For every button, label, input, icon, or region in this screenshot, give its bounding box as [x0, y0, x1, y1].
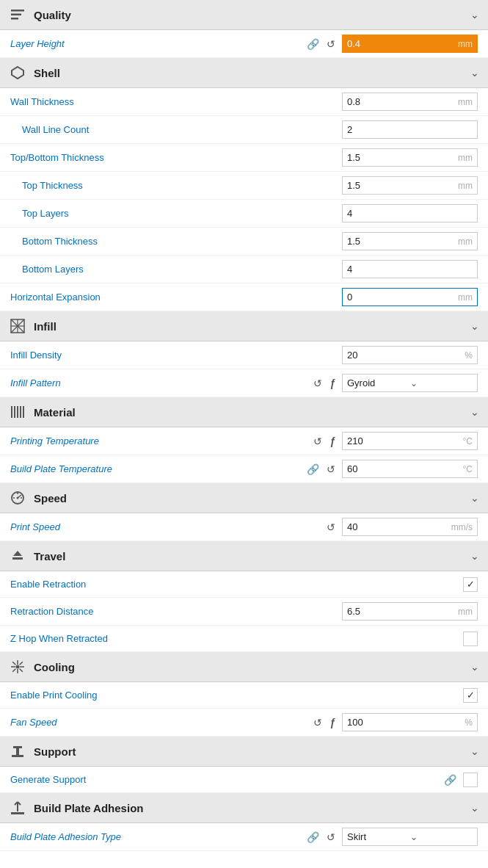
input-build-plate-temp-field[interactable]	[343, 460, 459, 477]
controls-build-plate-temp: 🔗 ↺	[305, 463, 338, 476]
reset-btn-layer-height[interactable]: ↺	[324, 37, 338, 51]
fx-btn-infill-pattern[interactable]: ƒ	[327, 377, 338, 390]
controls-printing-temp: ↺ ƒ	[311, 435, 338, 448]
support-chevron: ⌄	[470, 745, 479, 757]
checkbox-generate-support[interactable]	[463, 773, 478, 787]
section-header-speed[interactable]: Speed ⌄	[0, 483, 488, 513]
reset-btn-fan-speed[interactable]: ↺	[311, 716, 324, 729]
label-infill-pattern: Infill Pattern	[10, 377, 311, 388]
svg-rect-34	[11, 812, 24, 814]
cooling-chevron: ⌄	[470, 661, 479, 673]
section-header-cooling[interactable]: Cooling ⌄	[0, 652, 488, 682]
reset-btn-infill-pattern[interactable]: ↺	[311, 377, 324, 390]
input-infill-density-field[interactable]	[343, 347, 460, 364]
input-retraction-distance-field[interactable]	[343, 603, 454, 620]
svg-line-30	[12, 669, 15, 672]
svg-marker-3	[12, 67, 23, 79]
reset-btn-printing-temp[interactable]: ↺	[311, 435, 324, 448]
input-bottom-layers[interactable]	[342, 260, 478, 278]
label-infill-density: Infill Density	[10, 350, 342, 361]
input-top-layers-field[interactable]	[343, 205, 477, 222]
row-layer-height: Layer Height 🔗 ↺ mm	[0, 30, 488, 58]
row-fan-speed: Fan Speed ↺ ƒ %	[0, 709, 488, 737]
label-bottom-thickness: Bottom Thickness	[22, 236, 342, 247]
chevron-adhesion-type: ⌄	[410, 832, 473, 842]
section-support: Support ⌄ Generate Support 🔗	[0, 737, 488, 793]
link-btn-generate-support[interactable]: 🔗	[442, 773, 459, 786]
label-build-plate-temp: Build Plate Temperature	[10, 463, 305, 474]
input-horizontal-expansion-field[interactable]	[343, 289, 454, 305]
unit-printing-temp: °C	[459, 433, 477, 449]
input-top-thickness[interactable]: mm	[342, 176, 478, 195]
input-layer-height-field[interactable]	[343, 35, 454, 52]
input-wall-thickness-field[interactable]	[343, 93, 454, 110]
input-print-speed-field[interactable]	[343, 518, 447, 535]
unit-retraction-distance: mm	[454, 604, 477, 620]
reset-btn-adhesion-type[interactable]: ↺	[324, 831, 338, 844]
checkbox-enable-retraction[interactable]	[463, 577, 478, 592]
checkbox-enable-cooling[interactable]	[463, 688, 478, 703]
label-topbottom-thickness: Top/Bottom Thickness	[10, 152, 342, 163]
unit-top-thickness: mm	[454, 178, 477, 194]
input-bottom-layers-field[interactable]	[343, 261, 477, 278]
svg-rect-33	[13, 746, 22, 748]
input-bottom-thickness[interactable]: mm	[342, 232, 478, 250]
svg-rect-20	[12, 557, 23, 560]
select-infill-pattern[interactable]: Gyroid ⌄	[342, 374, 478, 392]
section-title-material: Material	[34, 406, 470, 419]
input-layer-height[interactable]: mm	[342, 35, 478, 53]
input-printing-temp-field[interactable]	[343, 433, 459, 449]
label-top-layers: Top Layers	[22, 208, 342, 219]
label-wall-line-count: Wall Line Count	[22, 124, 342, 135]
reset-btn-print-speed[interactable]: ↺	[324, 521, 338, 534]
row-adhesion-type: Build Plate Adhesion Type 🔗 ↺ Skirt ⌄	[0, 823, 488, 851]
chevron-infill-pattern: ⌄	[410, 378, 473, 388]
label-top-thickness: Top Thickness	[22, 180, 342, 191]
input-fan-speed-field[interactable]	[343, 714, 460, 731]
input-printing-temp[interactable]: °C	[342, 432, 478, 450]
link-btn-layer-height[interactable]: 🔗	[305, 37, 321, 51]
input-print-speed[interactable]: mm/s	[342, 518, 478, 536]
reset-btn-build-plate-temp[interactable]: ↺	[324, 463, 338, 476]
input-horizontal-expansion[interactable]: mm	[342, 288, 478, 306]
material-icon	[9, 403, 26, 421]
checkbox-z-hop[interactable]	[463, 632, 478, 646]
input-build-plate-temp[interactable]: °C	[342, 460, 478, 478]
select-adhesion-type[interactable]: Skirt ⌄	[342, 828, 478, 846]
row-bottom-thickness: Bottom Thickness mm	[0, 228, 488, 256]
label-enable-cooling: Enable Print Cooling	[10, 690, 463, 701]
section-header-shell[interactable]: Shell ⌄	[0, 58, 488, 88]
input-retraction-distance[interactable]: mm	[342, 602, 478, 621]
unit-print-speed: mm/s	[447, 519, 477, 535]
input-topbottom-thickness-field[interactable]	[343, 149, 454, 166]
input-infill-density[interactable]: %	[342, 346, 478, 364]
section-header-material[interactable]: Material ⌄	[0, 397, 488, 427]
section-header-travel[interactable]: Travel ⌄	[0, 541, 488, 571]
input-bottom-thickness-field[interactable]	[343, 233, 454, 250]
input-topbottom-thickness[interactable]: mm	[342, 148, 478, 167]
unit-horizontal-expansion: mm	[454, 289, 477, 305]
fx-btn-printing-temp[interactable]: ƒ	[327, 435, 338, 448]
input-wall-thickness[interactable]: mm	[342, 93, 478, 111]
link-btn-adhesion-type[interactable]: 🔗	[305, 831, 321, 844]
section-header-infill[interactable]: Infill ⌄	[0, 311, 488, 341]
select-adhesion-type-value: Skirt	[347, 831, 410, 842]
label-horizontal-expansion: Horizontal Expansion	[10, 292, 342, 303]
label-z-hop: Z Hop When Retracted	[10, 633, 463, 644]
fx-btn-fan-speed[interactable]: ƒ	[327, 716, 338, 729]
section-header-quality[interactable]: Quality ⌄	[0, 0, 488, 30]
input-top-thickness-field[interactable]	[343, 177, 454, 194]
section-title-cooling: Cooling	[34, 661, 470, 673]
input-top-layers[interactable]	[342, 204, 478, 223]
quality-icon	[9, 6, 26, 23]
controls-generate-support: 🔗	[442, 773, 459, 786]
input-wall-line-count[interactable]	[342, 120, 478, 139]
section-header-adhesion[interactable]: Build Plate Adhesion ⌄	[0, 793, 488, 823]
travel-chevron: ⌄	[470, 550, 479, 562]
input-wall-line-count-field[interactable]	[343, 121, 477, 138]
select-infill-pattern-value: Gyroid	[347, 377, 410, 388]
input-fan-speed[interactable]: %	[342, 713, 478, 731]
section-header-support[interactable]: Support ⌄	[0, 737, 488, 767]
row-build-plate-temp: Build Plate Temperature 🔗 ↺ °C	[0, 455, 488, 483]
link-btn-build-plate-temp[interactable]: 🔗	[305, 463, 321, 476]
